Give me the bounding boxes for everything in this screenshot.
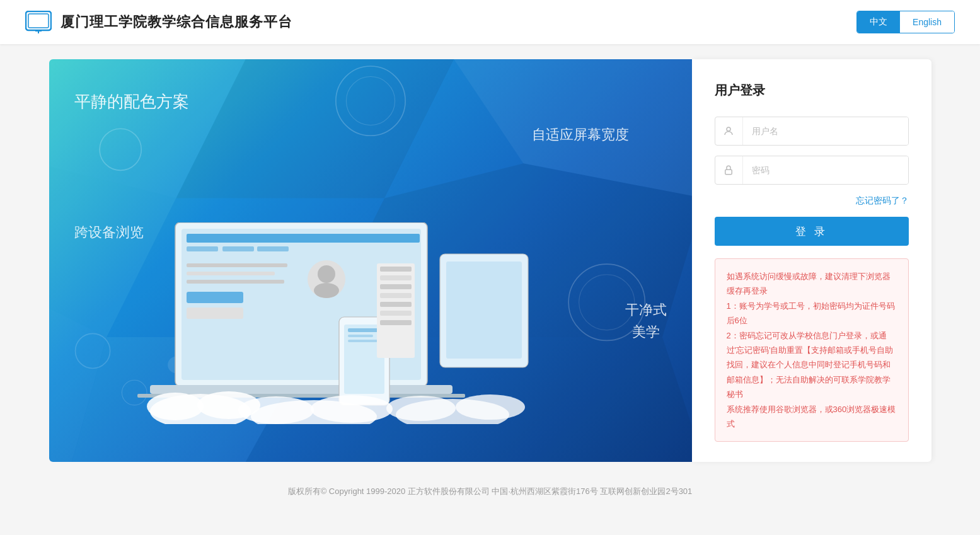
password-input-group (715, 156, 909, 185)
login-title: 用户登录 (715, 82, 909, 99)
svg-point-37 (318, 265, 335, 283)
forgot-password-link-container: 忘记密码了？ (715, 195, 909, 207)
banner-slogan1: 平静的配色方案 (74, 91, 667, 113)
footer: 版权所有© Copyright 1999-2020 正方软件股份有限公司 中国·… (0, 475, 980, 506)
username-input-group (715, 117, 909, 146)
svg-rect-47 (380, 284, 412, 289)
login-button[interactable]: 登 录 (715, 217, 909, 246)
svg-rect-62 (725, 170, 732, 175)
svg-rect-32 (187, 234, 420, 243)
password-input[interactable] (743, 156, 908, 184)
svg-rect-30 (348, 335, 373, 337)
svg-rect-43 (187, 308, 243, 319)
banner-slogan2: 自适应屏幕宽度 (74, 125, 629, 144)
svg-point-61 (727, 127, 730, 131)
svg-rect-35 (257, 246, 289, 251)
header-left: 厦门理工学院教学综合信息服务平台 (25, 11, 292, 33)
svg-point-59 (386, 396, 456, 421)
svg-rect-33 (187, 246, 218, 251)
svg-point-56 (238, 396, 314, 424)
svg-rect-46 (380, 275, 412, 280)
footer-text: 版权所有© Copyright 1999-2020 正方软件股份有限公司 中国·… (288, 486, 693, 496)
svg-rect-26 (446, 262, 522, 359)
page-title: 厦门理工学院教学综合信息服务平台 (61, 13, 292, 32)
banner-text-area: 平静的配色方案 自适应屏幕宽度 (49, 59, 692, 176)
svg-point-60 (456, 394, 525, 420)
svg-rect-50 (380, 311, 412, 316)
svg-rect-39 (187, 263, 287, 267)
lock-icon (715, 156, 743, 184)
svg-point-57 (311, 395, 393, 423)
svg-rect-31 (348, 340, 381, 342)
banner: 平静的配色方案 自适应屏幕宽度 跨设备浏览 干净式美学 (49, 59, 692, 462)
svg-rect-1 (28, 14, 49, 28)
svg-rect-49 (380, 302, 412, 307)
header: 厦门理工学院教学综合信息服务平台 中文 English (0, 0, 980, 44)
device-mockup-area (87, 222, 629, 424)
notice-box: 如遇系统访问缓慢或故障，建议清理下浏览器缓存再登录 1：账号为学号或工号，初始密… (715, 258, 909, 442)
notice-text: 如遇系统访问缓慢或故障，建议清理下浏览器缓存再登录 1：账号为学号或工号，初始密… (727, 272, 896, 429)
svg-point-38 (314, 283, 339, 298)
username-input[interactable] (743, 117, 908, 145)
logo-icon (25, 11, 52, 33)
svg-rect-40 (187, 272, 275, 275)
svg-rect-45 (380, 267, 412, 272)
svg-rect-48 (380, 293, 412, 298)
lang-zh-button[interactable]: 中文 (857, 11, 900, 33)
svg-point-53 (147, 393, 204, 420)
svg-rect-41 (187, 280, 284, 284)
lang-en-button[interactable]: English (900, 11, 954, 33)
svg-rect-34 (222, 246, 254, 251)
svg-rect-23 (150, 385, 453, 394)
user-icon (715, 117, 743, 145)
svg-rect-42 (187, 292, 243, 303)
main-content: 平静的配色方案 自适应屏幕宽度 跨设备浏览 干净式美学 (24, 44, 957, 475)
login-panel: 用户登录 忘记密码了？ 登 (692, 59, 931, 462)
svg-rect-29 (348, 328, 381, 332)
banner-slogan4: 干净式美学 (625, 299, 667, 343)
svg-rect-51 (380, 320, 412, 325)
lang-switcher: 中文 English (856, 11, 955, 33)
forgot-password-link[interactable]: 忘记密码了？ (856, 195, 909, 205)
